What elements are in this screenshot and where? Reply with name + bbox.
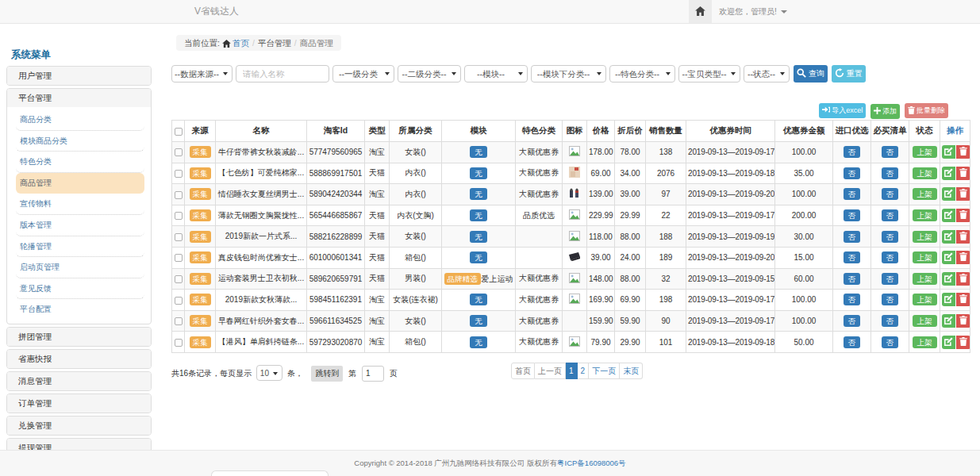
must-buy-toggle[interactable]: 否 [882, 188, 899, 200]
must-buy-toggle[interactable]: 否 [882, 209, 899, 221]
import-select-toggle[interactable]: 否 [844, 251, 861, 263]
sidebar-menu-heading[interactable]: 平台管理 [7, 89, 151, 107]
must-buy-toggle[interactable]: 否 [882, 251, 899, 263]
import-select-toggle[interactable]: 否 [844, 231, 861, 243]
user-menu[interactable]: 欢迎您，管理员! [719, 0, 787, 23]
per-page-select[interactable]: 10 [256, 365, 282, 381]
delete-button[interactable] [956, 272, 970, 286]
jump-page-input[interactable] [362, 366, 384, 382]
import-select-toggle[interactable]: 否 [844, 167, 861, 179]
row-checkbox[interactable] [175, 191, 183, 199]
must-buy-toggle[interactable]: 否 [882, 315, 899, 327]
reset-button[interactable]: 重置 [832, 65, 866, 83]
filter-select-feature-category[interactable]: --特色分类-- [609, 65, 675, 83]
sidebar-item-商品管理[interactable]: 商品管理 [16, 173, 144, 194]
row-checkbox[interactable] [175, 339, 183, 347]
pager-item-上一页[interactable]: 上一页 [535, 363, 566, 379]
sidebar-item-宣传物料[interactable]: 宣传物料 [16, 194, 144, 215]
pager-item-下一页[interactable]: 下一页 [589, 363, 620, 379]
status-button[interactable]: 上架 [913, 231, 937, 243]
bulk-delete-button[interactable]: 批量删除 [905, 103, 948, 118]
must-buy-toggle[interactable]: 否 [882, 231, 899, 243]
sidebar-item-商品分类[interactable]: 商品分类 [16, 109, 144, 131]
status-button[interactable]: 上架 [913, 251, 937, 263]
filter-select-status[interactable]: --状态-- [744, 65, 790, 83]
must-buy-toggle[interactable]: 否 [882, 167, 899, 179]
add-button[interactable]: 添加 [870, 104, 900, 119]
delete-button[interactable] [956, 209, 970, 222]
icp-link[interactable]: 粤ICP备16098006号 [557, 459, 626, 467]
filter-select-item-type[interactable]: --宝贝类型-- [678, 65, 740, 83]
row-checkbox[interactable] [175, 254, 183, 262]
import-select-toggle[interactable]: 否 [844, 273, 861, 285]
row-checkbox[interactable] [175, 170, 183, 178]
sidebar-item-启动页管理[interactable]: 启动页管理 [16, 257, 144, 278]
edit-button[interactable] [942, 293, 956, 306]
pager-item-1[interactable]: 1 [566, 363, 578, 379]
breadcrumb-home-link[interactable]: 首页 [233, 38, 249, 48]
name-search-input[interactable] [236, 65, 329, 83]
status-button[interactable]: 上架 [913, 188, 937, 200]
row-checkbox[interactable] [175, 275, 183, 283]
import-select-toggle[interactable]: 否 [844, 315, 861, 327]
sidebar-item-轮播管理[interactable]: 轮播管理 [16, 236, 144, 258]
row-checkbox[interactable] [175, 212, 183, 220]
jump-button[interactable]: 跳转到 [311, 366, 343, 382]
pager-item-首页[interactable]: 首页 [511, 363, 535, 379]
edit-button[interactable] [942, 230, 956, 244]
must-buy-toggle[interactable]: 否 [882, 273, 899, 285]
status-button[interactable]: 上架 [913, 294, 937, 305]
sidebar-menu-heading[interactable]: 用户管理 [7, 67, 151, 85]
import-excel-button[interactable]: 导入excel [819, 103, 866, 118]
import-select-toggle[interactable]: 否 [844, 146, 861, 158]
sidebar-menu-heading[interactable]: 省惠快报 [7, 350, 151, 368]
delete-button[interactable] [956, 293, 970, 306]
edit-button[interactable] [942, 272, 956, 286]
navbar-home-button[interactable] [689, 0, 712, 23]
edit-button[interactable] [942, 145, 956, 159]
edit-button[interactable] [942, 167, 956, 180]
status-button[interactable]: 上架 [913, 146, 937, 158]
import-select-toggle[interactable]: 否 [844, 294, 861, 305]
query-button[interactable]: 查询 [794, 65, 828, 83]
pager-item-2[interactable]: 2 [578, 363, 590, 379]
delete-button[interactable] [956, 230, 970, 244]
sidebar-menu-heading[interactable]: 拼团管理 [7, 328, 151, 346]
delete-button[interactable] [956, 251, 970, 264]
edit-button[interactable] [942, 187, 956, 201]
import-select-toggle[interactable]: 否 [844, 188, 861, 200]
sidebar-menu-heading[interactable]: 兑换管理 [7, 416, 151, 435]
row-checkbox[interactable] [175, 148, 183, 156]
filter-select-module[interactable]: --模块-- [464, 65, 528, 83]
sidebar-menu-heading[interactable]: 消息管理 [7, 372, 151, 390]
delete-button[interactable] [956, 314, 970, 328]
sidebar-item-版本管理[interactable]: 版本管理 [16, 215, 144, 236]
must-buy-toggle[interactable]: 否 [882, 146, 899, 158]
row-checkbox[interactable] [175, 233, 183, 241]
edit-button[interactable] [942, 251, 956, 264]
filter-select-module-subcategory[interactable]: --模块下分类-- [531, 65, 606, 83]
import-select-toggle[interactable]: 否 [844, 209, 861, 221]
sidebar-item-模块商品分类[interactable]: 模块商品分类 [16, 131, 144, 152]
row-checkbox[interactable] [175, 297, 183, 305]
filter-select-level2-category[interactable]: --二级分类-- [398, 65, 461, 83]
status-button[interactable]: 上架 [913, 209, 937, 221]
pager-item-末页[interactable]: 末页 [620, 363, 643, 379]
status-button[interactable]: 上架 [913, 315, 937, 327]
sidebar-menu-heading[interactable]: 订单管理 [7, 394, 151, 413]
must-buy-toggle[interactable]: 否 [882, 294, 899, 305]
sidebar-item-特色分类[interactable]: 特色分类 [16, 152, 144, 173]
delete-button[interactable] [956, 167, 970, 180]
filter-select-level1-category[interactable]: --一级分类 [332, 65, 394, 83]
sidebar-item-平台配置[interactable]: 平台配置 [16, 299, 144, 321]
status-button[interactable]: 上架 [913, 167, 937, 179]
sidebar-item-意见反馈[interactable]: 意见反馈 [16, 278, 144, 300]
edit-button[interactable] [942, 336, 956, 349]
edit-button[interactable] [942, 314, 956, 328]
row-checkbox[interactable] [175, 317, 183, 325]
select-all-checkbox[interactable] [175, 128, 183, 136]
status-button[interactable]: 上架 [913, 273, 937, 285]
delete-button[interactable] [956, 336, 970, 349]
import-select-toggle[interactable]: 否 [844, 336, 861, 348]
edit-button[interactable] [942, 209, 956, 222]
